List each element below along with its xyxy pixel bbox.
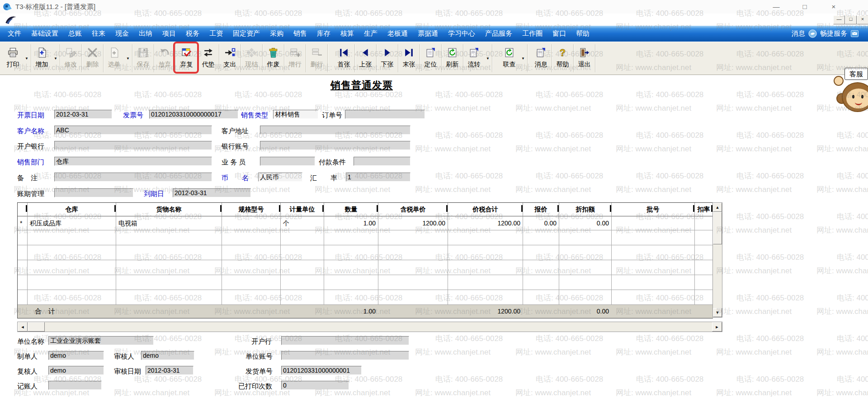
menu-item-8[interactable]: 工资 — [204, 29, 228, 38]
menu-item-2[interactable]: 总账 — [63, 29, 87, 38]
toolbar-button-route-arrows[interactable]: 代垫 — [198, 43, 218, 74]
toolbar-button-void-trash[interactable]: 作废 — [263, 43, 283, 74]
horizontal-scroll-thumb[interactable] — [28, 322, 45, 332]
scroll-right-icon[interactable]: ► — [712, 322, 722, 332]
table-empty-cell[interactable] — [448, 290, 523, 305]
table-empty-cell[interactable] — [612, 245, 695, 260]
table-empty-cell[interactable] — [612, 260, 695, 275]
table-empty-cell[interactable] — [695, 245, 713, 260]
toolbar-button-prev-page[interactable]: 上张 — [355, 43, 376, 74]
table-empty-cell[interactable] — [559, 275, 612, 290]
table-empty-cell[interactable] — [222, 275, 281, 290]
menu-item-0[interactable]: 文件 — [3, 29, 26, 38]
menu-item-17[interactable]: 学习中心 — [443, 29, 480, 38]
field-payment-terms[interactable] — [354, 157, 410, 166]
mdi-minimize-icon[interactable]: — — [833, 15, 845, 24]
menu-item-7[interactable]: 税务 — [181, 29, 204, 38]
vertical-scrollbar[interactable]: ▲ ▼ — [712, 202, 722, 318]
table-empty-cell[interactable] — [523, 275, 559, 290]
toolbar-button-flow[interactable]: 流转 — [464, 43, 484, 74]
table-empty-cell[interactable] — [695, 260, 713, 275]
table-empty-cell[interactable] — [695, 230, 713, 245]
menu-item-10[interactable]: 采购 — [265, 29, 288, 38]
toolbar-button-help[interactable]: ?帮助 — [552, 43, 573, 74]
dove-icon[interactable] — [808, 29, 817, 38]
table-empty-cell[interactable] — [324, 230, 378, 245]
footer-field-bookkeeper[interactable] — [48, 381, 102, 390]
table-cell[interactable] — [695, 216, 713, 230]
minimize-icon[interactable]: — — [769, 1, 784, 12]
toolbar-dropdown-flow[interactable]: ▼ — [484, 43, 491, 74]
footer-field-reviewer[interactable]: demo — [48, 366, 104, 375]
toolbar-button-next-page[interactable]: 下张 — [377, 43, 397, 74]
table-empty-cell[interactable] — [116, 275, 222, 290]
vertical-scroll-thumb[interactable] — [713, 212, 722, 244]
table-empty-cell[interactable] — [523, 290, 559, 305]
field-order-no[interactable] — [345, 110, 425, 119]
toolbar-dropdown-linked-query[interactable]: ▼ — [519, 43, 527, 74]
menu-item-9[interactable]: 固定资产 — [228, 29, 265, 38]
table-empty-cell[interactable] — [116, 260, 222, 275]
maximize-icon[interactable]: □ — [797, 1, 812, 12]
table-empty-cell[interactable] — [281, 260, 324, 275]
menu-item-12[interactable]: 库存 — [312, 29, 335, 38]
table-empty-cell[interactable] — [18, 290, 28, 305]
scroll-up-icon[interactable]: ▲ — [713, 203, 722, 212]
toolbar-dropdown-printer[interactable]: ▼ — [23, 43, 30, 74]
table-empty-cell[interactable] — [116, 245, 222, 260]
table-empty-cell[interactable] — [222, 260, 281, 275]
menu-item-6[interactable]: 项目 — [157, 29, 181, 38]
menu-item-5[interactable]: 出纳 — [134, 29, 157, 38]
table-empty-cell[interactable] — [28, 275, 116, 290]
field-salesman[interactable] — [260, 157, 315, 166]
table-empty-cell[interactable] — [222, 245, 281, 260]
table-cell[interactable]: 1200.00 — [448, 216, 523, 230]
footer-field-creator[interactable]: demo — [48, 351, 104, 360]
table-empty-cell[interactable] — [612, 275, 695, 290]
table-empty-cell[interactable] — [695, 275, 713, 290]
menu-item-16[interactable]: 票据通 — [413, 29, 443, 38]
footer-field-delivery-no[interactable]: 0120120331000000001 — [281, 366, 362, 375]
toolbar-button-printer[interactable]: 打印 — [3, 43, 23, 74]
table-cell[interactable]: 1200.00 — [378, 216, 448, 230]
table-empty-cell[interactable] — [695, 290, 713, 305]
table-empty-cell[interactable] — [378, 275, 448, 290]
footer-field-auditor[interactable]: demo — [141, 351, 194, 360]
scroll-down-icon[interactable]: ▼ — [713, 308, 722, 317]
field-customer-name[interactable]: ABC — [54, 126, 212, 135]
table-empty-cell[interactable] — [281, 290, 324, 305]
table-empty-cell[interactable] — [324, 245, 378, 260]
toolbar-button-payout-arrow[interactable]: 支出 — [220, 43, 240, 74]
horizontal-scrollbar[interactable]: ◄ ► — [17, 322, 722, 332]
field-sales-dept[interactable]: 仓库 — [54, 157, 212, 166]
menu-item-20[interactable]: 窗口 — [547, 29, 571, 38]
table-cell[interactable] — [612, 216, 695, 230]
toolbar-button-message-doc[interactable]: 消息 — [531, 43, 551, 74]
table-empty-cell[interactable] — [559, 290, 612, 305]
table-empty-cell[interactable] — [448, 260, 523, 275]
table-empty-cell[interactable] — [448, 275, 523, 290]
mdi-restore-icon[interactable]: □ — [845, 15, 857, 24]
table-empty-cell[interactable] — [28, 260, 116, 275]
toolbar-button-first-page[interactable]: 首张 — [334, 43, 354, 74]
table-empty-cell[interactable] — [281, 275, 324, 290]
menu-item-15[interactable]: 老板通 — [382, 29, 413, 38]
table-empty-cell[interactable] — [222, 230, 281, 245]
table-empty-cell[interactable] — [378, 245, 448, 260]
field-currency[interactable]: 人民币 — [258, 173, 302, 182]
table-empty-cell[interactable] — [559, 245, 612, 260]
toolbar-button-add-doc[interactable]: 增加 — [32, 43, 52, 74]
table-empty-cell[interactable] — [28, 245, 116, 260]
table-empty-cell[interactable] — [523, 260, 559, 275]
table-empty-cell[interactable] — [378, 260, 448, 275]
menu-item-18[interactable]: 产品服务 — [480, 29, 517, 38]
table-empty-cell[interactable] — [448, 245, 523, 260]
table-empty-cell[interactable] — [18, 260, 28, 275]
toolbar-button-last-page[interactable]: 末张 — [399, 43, 419, 74]
menu-item-14[interactable]: 生产 — [359, 29, 382, 38]
table-empty-cell[interactable] — [559, 230, 612, 245]
menu-item-13[interactable]: 核算 — [335, 29, 359, 38]
toolbar-button-locate-doc[interactable]: 定位 — [420, 43, 441, 74]
table-empty-cell[interactable] — [18, 230, 28, 245]
footer-field-open-bank[interactable] — [281, 336, 409, 345]
